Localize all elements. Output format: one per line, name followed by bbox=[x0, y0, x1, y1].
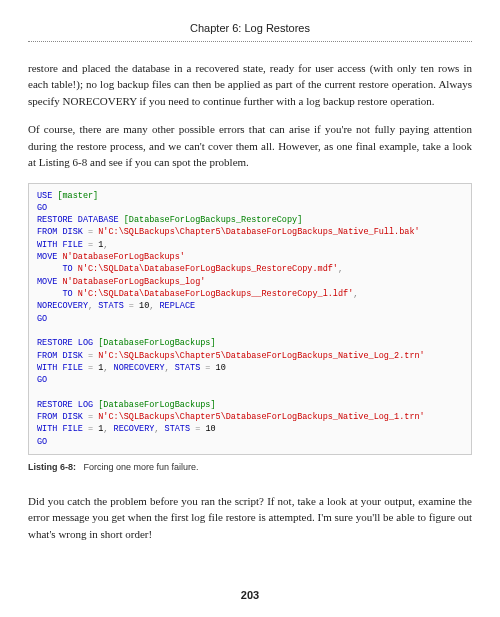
code-token: N'DatabaseForLogBackups_log' bbox=[57, 277, 205, 287]
code-token: , bbox=[338, 264, 343, 274]
listing-caption: Listing 6-8: Forcing one more fun failur… bbox=[28, 461, 472, 475]
code-token: WITH FILE bbox=[37, 240, 83, 250]
code-token: N'C:\SQLData\DatabaseForLogBackups__Rest… bbox=[73, 289, 354, 299]
code-token: STATS bbox=[159, 424, 190, 434]
code-token: GO bbox=[37, 314, 47, 324]
code-token: GO bbox=[37, 437, 47, 447]
body-para-1: restore and placed the database in a rec… bbox=[28, 60, 472, 110]
code-token: 1 bbox=[93, 363, 103, 373]
listing-text: Forcing one more fun failure. bbox=[84, 462, 199, 472]
code-token: N'C:\SQLData\DatabaseForLogBackups_Resto… bbox=[73, 264, 338, 274]
code-token: = bbox=[83, 240, 93, 250]
code-token: N'C:\SQLBackups\Chapter5\DatabaseForLogB… bbox=[93, 227, 419, 237]
code-token: 1 bbox=[93, 240, 103, 250]
chapter-title: Chapter 6: Log Restores bbox=[28, 20, 472, 42]
code-token: 10 bbox=[200, 424, 215, 434]
code-token: NORECOVERY bbox=[108, 363, 164, 373]
code-token: STATS bbox=[93, 301, 124, 311]
code-token: = bbox=[83, 351, 93, 361]
code-token: 10 bbox=[210, 363, 225, 373]
code-token: [master] bbox=[52, 191, 98, 201]
code-token: 1 bbox=[93, 424, 103, 434]
code-token: TO bbox=[37, 264, 73, 274]
code-token: = bbox=[83, 363, 93, 373]
code-token: N'C:\SQLBackups\Chapter5\DatabaseForLogB… bbox=[93, 412, 425, 422]
body-para-3: Did you catch the problem before you ran… bbox=[28, 493, 472, 543]
page-number: 203 bbox=[0, 587, 500, 604]
code-token: USE bbox=[37, 191, 52, 201]
code-token: NORECOVERY bbox=[37, 301, 88, 311]
code-token: [DatabaseForLogBackups] bbox=[93, 400, 215, 410]
listing-label: Listing 6-8: bbox=[28, 462, 76, 472]
code-token: = bbox=[83, 227, 93, 237]
code-token: = bbox=[200, 363, 210, 373]
body-para-2: Of course, there are many other possible… bbox=[28, 121, 472, 171]
code-token: RECOVERY bbox=[108, 424, 154, 434]
code-token: WITH FILE bbox=[37, 363, 83, 373]
code-token: 10 bbox=[134, 301, 149, 311]
code-token: = bbox=[190, 424, 200, 434]
code-token: [DatabaseForLogBackups] bbox=[93, 338, 215, 348]
code-token: MOVE bbox=[37, 252, 57, 262]
code-listing: USE [master] GO RESTORE DATABASE [Databa… bbox=[28, 183, 472, 456]
code-token: STATS bbox=[170, 363, 201, 373]
code-token: , bbox=[103, 240, 108, 250]
code-token: RESTORE LOG bbox=[37, 400, 93, 410]
code-token: GO bbox=[37, 203, 47, 213]
code-token: FROM DISK bbox=[37, 227, 83, 237]
code-token: N'DatabaseForLogBackups' bbox=[57, 252, 185, 262]
code-token: = bbox=[83, 412, 93, 422]
code-token: RESTORE LOG bbox=[37, 338, 93, 348]
code-token: , bbox=[353, 289, 358, 299]
code-token: GO bbox=[37, 375, 47, 385]
code-token: RESTORE DATABASE bbox=[37, 215, 119, 225]
code-token: REPLACE bbox=[154, 301, 195, 311]
page-content: Chapter 6: Log Restores restore and plac… bbox=[0, 0, 500, 574]
code-token: FROM DISK bbox=[37, 351, 83, 361]
code-token: = bbox=[124, 301, 134, 311]
code-token: TO bbox=[37, 289, 73, 299]
code-token: = bbox=[83, 424, 93, 434]
code-token: N'C:\SQLBackups\Chapter5\DatabaseForLogB… bbox=[93, 351, 425, 361]
code-token: [DatabaseForLogBackups_RestoreCopy] bbox=[119, 215, 303, 225]
code-token: MOVE bbox=[37, 277, 57, 287]
code-token: WITH FILE bbox=[37, 424, 83, 434]
code-token: FROM DISK bbox=[37, 412, 83, 422]
